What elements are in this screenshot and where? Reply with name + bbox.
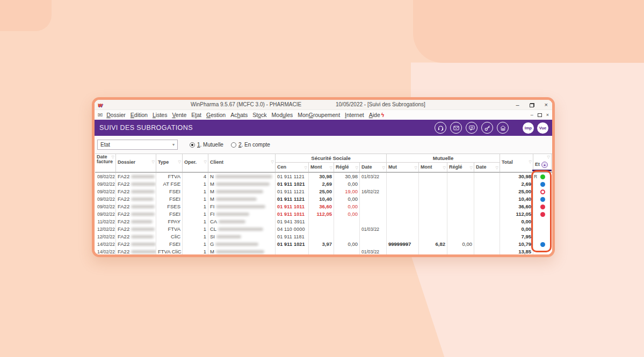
state-dropdown[interactable]: Etat ▾ <box>97 140 178 150</box>
filter-icon[interactable]: ▽ <box>496 164 498 172</box>
mdi-close-icon[interactable]: × <box>546 112 549 118</box>
filter-icon[interactable]: ▽ <box>529 155 532 170</box>
menu-aide[interactable]: Aide <box>369 112 380 118</box>
cell-total: 112,05 <box>500 210 533 218</box>
cell-mut-regle <box>447 173 474 180</box>
filter-icon[interactable]: ▽ <box>330 164 332 172</box>
cell-oper: 1 <box>183 225 208 233</box>
minimize-icon[interactable]: – <box>516 102 519 108</box>
col-header-client[interactable]: Client▽ <box>208 154 276 172</box>
group-header-securite-sociale: Sécurité Sociale <box>276 154 387 163</box>
close-icon[interactable]: × <box>545 102 548 108</box>
mdi-restore-icon[interactable] <box>538 113 542 117</box>
cell-cen: 01 911 1121 <box>276 188 309 195</box>
table-row[interactable]: 09/02/22FA22FSEI1M01 911 112125,0019,001… <box>95 188 552 195</box>
menu-gestion[interactable]: Gestion <box>206 112 226 118</box>
key-icon[interactable] <box>481 122 493 134</box>
menu-internet[interactable]: Internet <box>345 112 364 118</box>
cell-date-facture: 09/02/22 <box>95 210 116 218</box>
cell-dossier: FA22 <box>116 233 156 241</box>
cell-cen: 04 110 0000 <box>276 225 309 233</box>
col-header-dossier[interactable]: Dossier▽ <box>116 154 156 172</box>
radio-mutuelle-circle[interactable] <box>190 142 195 148</box>
menu-achats[interactable]: Achats <box>230 112 248 118</box>
filter-icon[interactable]: ▽ <box>271 155 274 170</box>
col-header-type[interactable]: Type▽ <box>156 154 183 172</box>
filter-icon[interactable]: ▽ <box>382 164 385 172</box>
menu-stock[interactable]: Stock <box>252 112 266 118</box>
filter-icon[interactable]: ▽ <box>204 155 207 170</box>
col-header-oper[interactable]: Oper.▽ <box>183 154 208 172</box>
menu-mongroupement[interactable]: MonGroupement <box>298 112 340 118</box>
subcol-header-ss-date[interactable]: Date▽ <box>360 163 387 172</box>
menu-vente[interactable]: Vente <box>172 112 186 118</box>
cell-ss-mont: 30,98 <box>309 173 334 180</box>
subcol-header-mut-mont[interactable]: Mont▽ <box>419 163 447 172</box>
imp-button[interactable]: Imp <box>523 122 534 134</box>
cell-ss-mont <box>309 218 334 225</box>
cell-total: 36,60 <box>500 203 533 210</box>
menu-dossier[interactable]: Dossier <box>106 112 126 118</box>
col-header-date-facture[interactable]: Date facture▽ <box>95 154 116 172</box>
status-dot-hollow <box>540 190 545 194</box>
menu-etat[interactable]: Etat <box>191 112 201 118</box>
subcol-header-ss-mont[interactable]: Mont▽ <box>309 163 334 172</box>
pharmacy-icon[interactable] <box>497 122 509 134</box>
cell-mut-date <box>474 203 500 210</box>
subcol-header-ss-regle[interactable]: Réglé▽ <box>334 163 360 172</box>
table-row[interactable]: 09/02/22FA22FSES1FI01 911 101136,600,003… <box>95 203 552 210</box>
filter-icon[interactable]: ▽ <box>112 155 114 159</box>
menu-listes[interactable]: Listes <box>153 112 167 118</box>
subcol-header-mut[interactable]: Mut▽ <box>387 163 419 172</box>
cell-oper: 1 <box>183 203 208 210</box>
envelope-icon[interactable]: ✉ <box>98 112 103 119</box>
filter-icon[interactable]: ▽ <box>305 164 307 172</box>
table-row[interactable]: 08/02/22FA22FTVA4N01 911 112130,9830,980… <box>95 173 552 180</box>
cell-mut-regle <box>447 218 474 225</box>
radio-mutuelle[interactable]: 1. Mutuelle <box>190 142 223 148</box>
table-row[interactable]: 12/02/22FA22FTVA1CL04 110 000001/03/220,… <box>95 225 552 233</box>
table-row[interactable]: 14/02/22FA22FTVA CliC1M01/03/2213,85 <box>95 248 552 254</box>
filter-icon[interactable]: ▽ <box>443 164 446 172</box>
cell-oper: 1 <box>183 248 208 254</box>
subcol-header-cen[interactable]: Cen▽ <box>276 163 309 172</box>
cell-ss-mont: 2,69 <box>309 180 334 188</box>
cell-etat: R <box>533 173 552 180</box>
filter-icon[interactable]: ▽ <box>356 164 358 172</box>
filter-icon[interactable]: ▽ <box>547 155 550 159</box>
subcol-header-mut-date[interactable]: Date▽ <box>474 163 500 172</box>
table-row[interactable]: 11/02/22FA22FPAY1CA01 941 39110,00 <box>95 218 552 225</box>
table-row[interactable]: 12/02/22FA22CliC1SI01 911 11817,95 <box>95 233 552 241</box>
table-row[interactable]: 09/02/22FA22FSEI1M01 911 112110,400,0010… <box>95 195 552 203</box>
radio-en-compte[interactable]: 2. En compte <box>231 142 270 148</box>
cell-ss-regle: 30,98 <box>334 173 360 180</box>
sort-ascending-icon[interactable]: ▲ <box>541 162 548 168</box>
cell-type: FSES <box>156 203 183 210</box>
filter-icon[interactable]: ▽ <box>470 164 473 172</box>
cell-type: FSEI <box>156 195 183 203</box>
subcol-header-mut-regle[interactable]: Réglé▽ <box>447 163 474 172</box>
filter-icon[interactable]: ▽ <box>152 155 155 170</box>
menu-edition[interactable]: Edition <box>131 112 148 118</box>
cell-mut-date <box>474 188 500 195</box>
redacted-text <box>131 220 153 223</box>
cell-etat <box>533 180 552 188</box>
cell-mut-mont <box>419 203 447 210</box>
menu-modules[interactable]: Modules <box>272 112 293 118</box>
cell-oper: 1 <box>183 195 208 203</box>
table-row[interactable]: 14/02/22FA22FSEI1G01 911 10213,970,00999… <box>95 241 552 248</box>
headset-icon[interactable] <box>435 122 446 134</box>
menu-list: DossierEditionListesVenteEtatGestionAcha… <box>106 112 380 118</box>
col-header-total[interactable]: Total▽ <box>500 154 533 172</box>
restore-icon[interactable] <box>530 103 534 107</box>
cell-ss-date: 01/03/22 <box>360 248 387 254</box>
mail-icon[interactable] <box>450 122 462 134</box>
mdi-minimize-icon[interactable]: – <box>531 112 533 118</box>
chat-icon[interactable] <box>466 122 477 134</box>
table-row[interactable]: 09/02/22FA22AT FSE1M01 911 10212,690,002… <box>95 180 552 188</box>
radio-en-compte-circle[interactable] <box>231 142 236 148</box>
vue-button[interactable]: Vue <box>537 122 548 134</box>
filter-icon[interactable]: ▽ <box>415 164 417 172</box>
table-row[interactable]: 09/02/22FA22FSEI1FI01 911 1011112,050,00… <box>95 210 552 218</box>
filter-icon[interactable]: ▽ <box>178 155 181 170</box>
